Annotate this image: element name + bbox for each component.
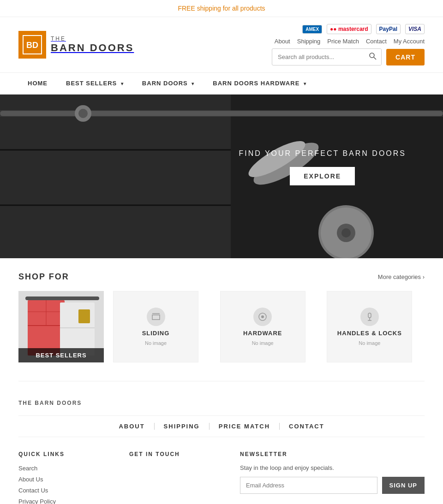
get-in-touch-title: GET IN TOUCH [129, 451, 222, 457]
list-item: Search [18, 464, 111, 472]
svg-rect-16 [0, 111, 443, 116]
price-match-link[interactable]: Price Match [327, 38, 359, 45]
paypal-icon: PayPal [376, 24, 401, 34]
nav-link-barn-doors-hardware[interactable]: BARN DOORS HARDWARE ▾ [204, 73, 316, 94]
category-hardware[interactable]: HARDWARE No image [220, 291, 318, 362]
handles-no-image-text: No image [359, 340, 380, 346]
search-button[interactable] [365, 49, 381, 65]
footer-contact-link[interactable]: CONTACT [280, 423, 334, 430]
my-account-link[interactable]: My Account [394, 38, 425, 45]
svg-point-3 [370, 53, 374, 58]
footer-about-us-link[interactable]: About Us [18, 476, 43, 483]
footer-about-link[interactable]: ABOUT [109, 423, 154, 430]
banner-text: FREE shipping for all products [178, 5, 265, 12]
svg-point-34 [261, 315, 264, 318]
shipping-link[interactable]: Shipping [297, 38, 321, 45]
explore-button[interactable]: EXPLORE [290, 167, 355, 185]
dropdown-arrow: ▾ [121, 81, 124, 86]
newsletter-email-input[interactable] [240, 477, 377, 494]
header-nav-links: About Shipping Price Match Contact My Ac… [275, 38, 425, 45]
svg-line-4 [374, 57, 376, 59]
more-categories-link[interactable]: More categories › [378, 273, 425, 280]
logo-icon: BD [18, 31, 46, 59]
search-icon [369, 53, 377, 60]
header-left: BD THE BARN DOORS [18, 31, 134, 59]
about-link[interactable]: About [275, 38, 290, 45]
newsletter-description: Stay in the loop and enjoy specials. [240, 464, 425, 471]
logo-link[interactable]: BD THE BARN DOORS [18, 31, 134, 59]
site-footer: THE BARN DOORS ABOUT SHIPPING PRICE MATC… [0, 386, 443, 504]
header-right: AMEX ●● mastercard PayPal VISA About Shi… [272, 24, 425, 65]
logo-svg: BD [21, 33, 44, 56]
svg-text:BD: BD [26, 41, 38, 50]
nav-link-barn-doors[interactable]: BARN DOORS ▾ [133, 73, 204, 94]
payment-methods: AMEX ●● mastercard PayPal VISA [302, 24, 425, 34]
nav-link-home[interactable]: HOME [18, 73, 57, 94]
footer-privacy-link[interactable]: Privacy Policy [18, 498, 56, 504]
footer-price-match-link[interactable]: PRICE MATCH [210, 423, 280, 430]
nav-link-best-sellers[interactable]: BEST SELLERS ▾ [57, 73, 133, 94]
mastercard-icon: ●● mastercard [327, 24, 371, 34]
list-item: Privacy Policy [18, 498, 111, 504]
handles-locks-label: HANDLES & LOCKS [337, 330, 402, 337]
footer-columns: QUICK LINKS Search About Us Contact Us P… [18, 451, 425, 504]
top-banner: FREE shipping for all products [0, 0, 443, 17]
footer-contact-us-link[interactable]: Contact Us [18, 487, 48, 494]
main-nav: HOME BEST SELLERS ▾ BARN DOORS ▾ BARN DO… [0, 73, 443, 95]
hero-content: FIND YOUR PERFECT BARN DOORS EXPLORE [239, 149, 443, 204]
sliding-no-image-text: No image [145, 340, 167, 346]
svg-point-15 [341, 228, 351, 237]
shop-header: SHOP FOR More categories › [18, 272, 425, 282]
footer-brand: THE BARN DOORS [18, 400, 425, 406]
sliding-no-image: SLIDING No image [113, 291, 198, 362]
search-box [272, 48, 382, 65]
dropdown-arrow: ▾ [304, 81, 306, 86]
nav-item-best-sellers: BEST SELLERS ▾ [57, 73, 133, 94]
contact-link[interactable]: Contact [366, 38, 387, 45]
svg-point-19 [78, 109, 88, 118]
footer-newsletter: NEWSLETTER Stay in the loop and enjoy sp… [240, 451, 425, 504]
footer-get-in-touch: GET IN TOUCH [129, 451, 222, 504]
categories-grid: BEST SELLERS SLIDING No image [18, 291, 425, 362]
search-input[interactable] [272, 50, 365, 64]
sliding-icon [147, 308, 165, 326]
newsletter-signup-button[interactable]: SIGN UP [382, 477, 425, 494]
handles-no-image: HANDLES & LOCKS No image [327, 291, 412, 362]
svg-rect-35 [368, 313, 371, 318]
site-header: BD THE BARN DOORS AMEX ●● mastercard Pay… [0, 17, 443, 73]
shop-title: SHOP FOR [18, 272, 69, 282]
best-sellers-label: BEST SELLERS [18, 348, 104, 362]
quick-links-list: Search About Us Contact Us Privacy Polic… [18, 464, 111, 504]
dropdown-arrow: ▾ [192, 81, 194, 86]
footer-nav: ABOUT SHIPPING PRICE MATCH CONTACT [18, 415, 425, 437]
hardware-no-image: HARDWARE No image [220, 291, 305, 362]
logo-the: THE [51, 36, 134, 42]
list-item: About Us [18, 475, 111, 483]
hardware-icon [253, 308, 272, 326]
svg-rect-6 [0, 95, 231, 258]
category-best-sellers[interactable]: BEST SELLERS [18, 291, 104, 362]
footer-search-link[interactable]: Search [18, 465, 37, 472]
visa-icon: VISA [405, 24, 425, 34]
footer-quick-links: QUICK LINKS Search About Us Contact Us P… [18, 451, 111, 504]
list-item: Contact Us [18, 486, 111, 494]
handles-svg-icon [364, 311, 375, 322]
newsletter-title: NEWSLETTER [240, 451, 425, 457]
footer-shipping-link[interactable]: SHIPPING [155, 423, 210, 430]
handles-icon [360, 308, 379, 326]
best-sellers-image: BEST SELLERS [18, 291, 104, 362]
hardware-label: HARDWARE [243, 330, 282, 337]
hero-title: FIND YOUR PERFECT BARN DOORS [239, 149, 406, 158]
shop-section: SHOP FOR More categories › [0, 258, 443, 376]
hero-section: FIND YOUR PERFECT BARN DOORS EXPLORE [0, 95, 443, 258]
cart-button[interactable]: CART [386, 49, 425, 65]
category-handles-locks[interactable]: HANDLES & LOCKS No image [327, 291, 425, 362]
svg-rect-31 [152, 315, 160, 320]
logo-barn-doors: BARN DOORS [51, 42, 134, 54]
hardware-svg-icon [257, 311, 268, 322]
category-sliding[interactable]: SLIDING No image [113, 291, 211, 362]
sliding-svg-icon [150, 311, 162, 322]
nav-item-barn-doors: BARN DOORS ▾ [133, 73, 204, 94]
header-search-cart: CART [272, 48, 425, 65]
nav-item-barn-doors-hardware: BARN DOORS HARDWARE ▾ [204, 73, 316, 94]
